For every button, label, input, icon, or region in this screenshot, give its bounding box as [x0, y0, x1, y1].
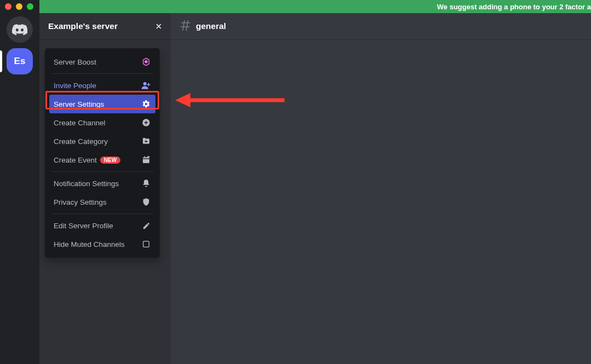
menu-item-edit-server-profile[interactable]: Edit Server Profile — [49, 216, 155, 235]
shield-icon — [141, 197, 151, 207]
menu-label: Hide Muted Channels — [54, 240, 125, 249]
calendar-plus-icon — [141, 155, 151, 165]
discord-home-button[interactable] — [7, 16, 33, 43]
menu-label: Invite People — [54, 82, 96, 90]
menu-separator — [51, 171, 153, 172]
menu-label: Server Settings — [54, 100, 104, 108]
server-initials: Es — [14, 56, 26, 67]
close-window-icon[interactable] — [5, 3, 11, 10]
server-rail: Es — [0, 0, 39, 364]
menu-label: Edit Server Profile — [54, 222, 113, 230]
menu-item-create-event[interactable]: Create Event NEW — [49, 151, 155, 169]
svg-point-0 — [143, 82, 147, 85]
channel-name-label: general — [196, 21, 226, 31]
maximize-window-icon[interactable] — [27, 3, 33, 10]
svg-rect-3 — [143, 241, 149, 247]
menu-label: Create Channel — [54, 119, 106, 127]
new-badge: NEW — [100, 157, 120, 164]
menu-separator — [51, 213, 153, 214]
invite-people-icon — [141, 80, 151, 90]
menu-label: Notification Settings — [54, 180, 119, 188]
close-icon[interactable] — [154, 22, 163, 31]
channel-header: general — [171, 13, 591, 39]
gear-icon — [141, 99, 151, 109]
mfa-suggestion-banner[interactable]: We suggest adding a phone to your 2 fact… — [39, 0, 591, 13]
menu-label: Server Boost — [54, 58, 96, 66]
menu-item-notification-settings[interactable]: Notification Settings — [49, 174, 155, 193]
menu-label: Privacy Settings — [54, 198, 107, 206]
menu-label: Create Event NEW — [54, 156, 120, 164]
pencil-icon — [141, 221, 151, 230]
window-controls[interactable] — [5, 3, 33, 10]
server-name-label: Example's server — [48, 21, 118, 31]
menu-item-server-settings[interactable]: Server Settings — [49, 95, 155, 113]
main-content: general — [171, 0, 591, 364]
menu-item-create-channel[interactable]: Create Channel — [49, 113, 155, 132]
svg-rect-2 — [143, 157, 149, 163]
menu-item-create-category[interactable]: Create Category — [49, 132, 155, 151]
server-icon-example[interactable]: Es — [7, 48, 33, 74]
bell-icon — [141, 178, 151, 188]
menu-separator — [51, 73, 153, 74]
folder-plus-icon — [141, 136, 151, 146]
minimize-window-icon[interactable] — [16, 3, 22, 10]
menu-label: Create Category — [54, 137, 108, 146]
menu-item-invite-people[interactable]: Invite People — [49, 76, 155, 95]
menu-item-server-boost[interactable]: Server Boost — [49, 53, 155, 71]
menu-item-hide-muted-channels[interactable]: Hide Muted Channels — [49, 235, 155, 253]
checkbox-empty-icon — [141, 239, 151, 249]
plus-circle-icon — [141, 118, 151, 128]
menu-item-privacy-settings[interactable]: Privacy Settings — [49, 193, 155, 211]
discord-logo-icon — [12, 24, 27, 36]
hash-icon — [179, 20, 192, 32]
server-dropdown-menu: Server Boost Invite People Server Settin… — [45, 48, 160, 258]
server-name-header[interactable]: Example's server — [39, 13, 171, 39]
boost-icon — [141, 57, 151, 67]
banner-text: We suggest adding a phone to your 2 fact… — [437, 3, 591, 11]
